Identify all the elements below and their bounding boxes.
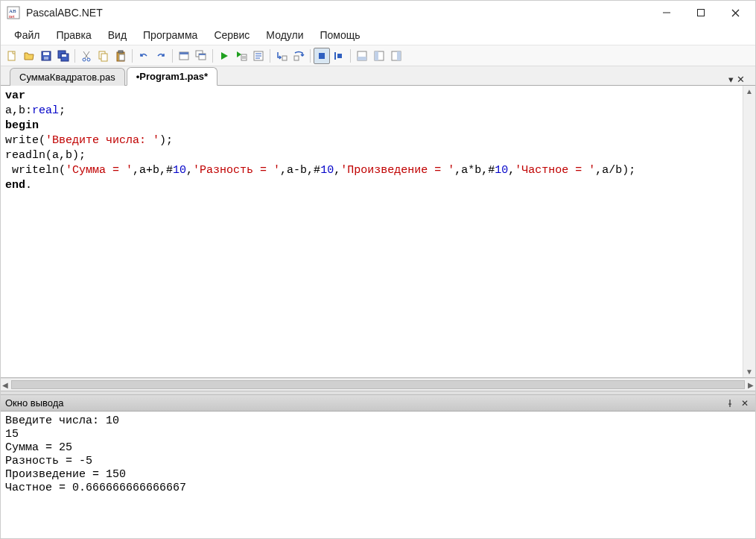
code-num: 10 [320, 164, 334, 177]
output-panel[interactable]: Введите числа: 10 15 Сумма = 25 Разность… [1, 412, 755, 538]
code-str: 'Частное = ' [515, 164, 595, 177]
scroll-up-icon[interactable]: ▲ [746, 87, 753, 95]
code-text: , [334, 164, 340, 177]
svg-point-16 [83, 58, 86, 61]
stop-button-icon[interactable] [314, 48, 330, 64]
menu-edit[interactable]: Правка [48, 27, 98, 43]
code-text: , [508, 164, 515, 177]
code-editor[interactable]: var a,b:real; begin write('Введите числа… [1, 86, 743, 377]
run-icon[interactable] [216, 48, 232, 64]
code-kw: begin [5, 119, 39, 132]
toolbar-sep [74, 49, 75, 63]
code-text: ); [159, 134, 173, 147]
panel3-icon[interactable] [388, 48, 404, 64]
copy-icon[interactable] [95, 48, 112, 64]
code-str: 'Сумма = ' [66, 164, 133, 177]
minimize-button[interactable] [649, 1, 684, 25]
svg-rect-13 [62, 54, 66, 57]
code-text: . [25, 179, 32, 192]
code-str: 'Произведение = ' [340, 164, 454, 177]
code-text: ,a*b,# [454, 164, 495, 177]
tab-file-1[interactable]: СуммаКвадратов.pas [10, 68, 125, 86]
tab-dropdown-icon[interactable]: ▾ [728, 74, 734, 85]
code-text: ; [59, 104, 66, 117]
code-text: a,b: [5, 104, 32, 117]
step-into-icon[interactable] [273, 48, 290, 64]
code-text: , [186, 164, 193, 177]
toolbar-sep [132, 49, 133, 63]
scroll-left-icon[interactable]: ◀ [2, 381, 8, 389]
cut-icon[interactable] [78, 48, 95, 64]
menu-file[interactable]: Файл [7, 27, 47, 43]
menu-service[interactable]: Сервис [206, 27, 257, 43]
toolbar [1, 45, 755, 66]
paste-icon[interactable] [112, 48, 129, 64]
code-text: ,a+b,# [133, 164, 173, 177]
save-all-icon[interactable] [55, 48, 72, 64]
menu-bar: Файл Правка Вид Программа Сервис Модули … [1, 25, 755, 45]
tab-close-icon[interactable]: ✕ [737, 74, 745, 85]
svg-rect-37 [319, 53, 325, 59]
redo-icon[interactable] [153, 48, 169, 64]
undo-icon[interactable] [136, 48, 152, 64]
open-file-icon[interactable] [21, 48, 37, 64]
code-num: 10 [495, 164, 508, 177]
panel1-icon[interactable] [354, 48, 370, 64]
svg-rect-45 [397, 51, 401, 60]
panel-close-icon[interactable]: ✕ [739, 397, 751, 409]
svg-rect-41 [358, 57, 366, 60]
app-icon: ABnet [7, 6, 20, 19]
menu-view[interactable]: Вид [101, 27, 134, 43]
code-text: ,a-b,# [280, 164, 320, 177]
svg-rect-43 [375, 51, 378, 60]
svg-text:net: net [9, 14, 15, 19]
svg-text:AB: AB [9, 8, 16, 14]
vertical-scrollbar[interactable]: ▲ ▼ [743, 86, 755, 377]
restart-icon[interactable] [331, 48, 347, 64]
code-kw: var [5, 89, 25, 102]
menu-program[interactable]: Программа [136, 27, 205, 43]
title-bar: ABnet PascalABC.NET [1, 1, 755, 25]
code-text: write( [5, 134, 45, 147]
svg-rect-28 [241, 54, 247, 60]
tab-strip: СуммаКвадратов.pas •Program1.pas* ▾ ✕ [1, 66, 755, 86]
window-controls [649, 1, 752, 25]
toolbar-sep [270, 49, 270, 63]
toolbar-sep [172, 49, 173, 63]
code-str: 'Введите числа: ' [45, 134, 159, 147]
save-icon[interactable] [38, 48, 54, 64]
toolbar-sep [350, 49, 351, 63]
toolbar-sep [310, 49, 311, 63]
svg-rect-27 [199, 54, 206, 55]
svg-rect-35 [282, 56, 287, 60]
svg-rect-39 [337, 54, 342, 58]
horizontal-scrollbar[interactable]: ◀ ▶ [1, 378, 755, 391]
menu-modules[interactable]: Модули [258, 27, 311, 43]
scroll-thumb[interactable] [11, 380, 745, 389]
code-text: readln(a,b); [5, 149, 86, 162]
app-title: PascalABC.NET [26, 7, 649, 19]
window-new-icon[interactable] [176, 48, 192, 64]
scroll-down-icon[interactable]: ▼ [746, 368, 753, 376]
maximize-button[interactable] [684, 1, 718, 25]
app-window: ABnet PascalABC.NET Файл Правка Вид Прог… [0, 0, 756, 539]
step-over-icon[interactable] [290, 48, 307, 64]
svg-rect-9 [43, 52, 49, 55]
svg-point-17 [87, 58, 90, 61]
run-vars-icon[interactable] [233, 48, 250, 64]
close-button[interactable] [718, 1, 752, 25]
svg-rect-10 [44, 57, 48, 60]
windows-cascade-icon[interactable] [193, 48, 209, 64]
svg-rect-21 [118, 51, 123, 53]
svg-rect-4 [698, 10, 705, 16]
panel2-icon[interactable] [371, 48, 387, 64]
pin-icon[interactable] [724, 397, 736, 409]
scroll-right-icon[interactable]: ▶ [748, 381, 754, 389]
menu-help[interactable]: Помощь [313, 27, 368, 43]
toolbar-sep [212, 49, 213, 63]
code-type: real [32, 104, 59, 117]
output-header: Окно вывода ✕ [1, 395, 755, 412]
tab-file-2[interactable]: •Program1.pas* [127, 67, 217, 86]
compile-icon[interactable] [250, 48, 267, 64]
new-file-icon[interactable] [4, 48, 20, 64]
